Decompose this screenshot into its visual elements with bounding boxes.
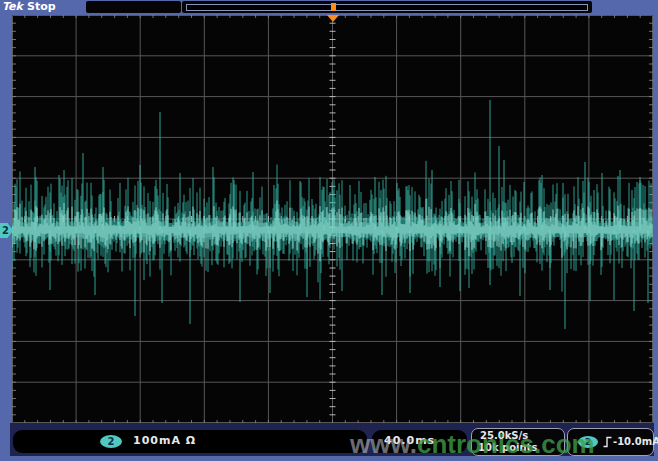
trigger-channel-badge: 2	[578, 436, 598, 448]
channel-scale-label: 100mA Ω	[133, 434, 196, 447]
header-status-box	[86, 1, 181, 13]
scope-screen	[12, 15, 653, 423]
trigger-level-label: -10.0mA	[613, 436, 658, 447]
trigger-position-caret[interactable]	[327, 15, 339, 22]
sample-rate-label: 25.0kS/s	[480, 430, 528, 441]
channel2-readout[interactable]: 2 100mA Ω	[13, 430, 367, 453]
record-view-window	[186, 4, 588, 11]
graticule-and-trace	[12, 15, 653, 423]
acquisition-status: Stop	[27, 0, 56, 13]
rising-edge-icon	[603, 436, 612, 451]
horizontal-scale-readout[interactable]: 40.0ms	[372, 430, 467, 453]
record-view-bar[interactable]	[182, 1, 592, 13]
acquisition-readout[interactable]: 25.0kS/s 10k points	[471, 428, 565, 456]
oscilloscope-display: Tek Stop 2 2 100mA Ω 40.0ms 25.0kS/s 10k…	[0, 0, 658, 461]
header-bar: Tek Stop	[0, 0, 658, 14]
bottom-frame-strip	[0, 456, 658, 461]
record-length-label: 10k points	[478, 442, 537, 453]
tek-logo: Tek	[2, 0, 23, 13]
record-trigger-position-marker	[331, 3, 336, 11]
channel2-badge: 2	[100, 435, 122, 448]
trigger-readout[interactable]: 2 -10.0mA	[567, 428, 654, 456]
timebase-label: 40.0ms	[384, 434, 435, 447]
